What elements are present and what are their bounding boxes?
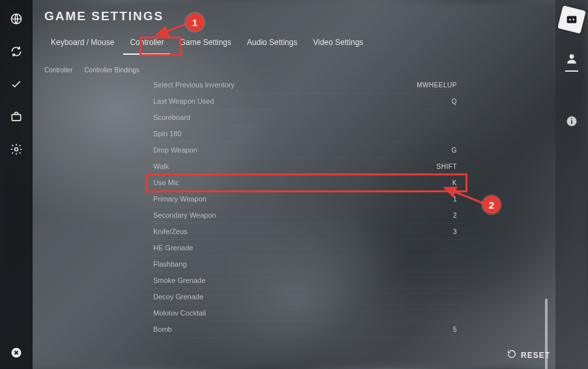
refresh-icon[interactable] <box>9 44 23 59</box>
subtab-controller[interactable]: Controller <box>44 66 72 74</box>
annotation-arrow-1 <box>153 20 190 39</box>
setting-row[interactable]: Knife/Zeus3 <box>147 224 466 240</box>
setting-row[interactable]: Spin 180 <box>147 126 466 142</box>
setting-row[interactable]: Bomb5 <box>147 321 466 338</box>
setting-label: Flashbang <box>153 260 186 268</box>
settings-list: Select Previous InventoryMWHEELUPLast We… <box>147 77 466 338</box>
setting-row[interactable]: Molotov Cocktail <box>147 305 466 321</box>
setting-label: Select Previous Inventory <box>153 81 235 89</box>
svg-point-2 <box>15 148 18 151</box>
briefcase-icon[interactable] <box>9 110 23 124</box>
setting-value: MWHEELUP <box>417 81 457 89</box>
reset-label: RESET <box>521 351 550 360</box>
annotation-callout-1: 1 <box>186 13 204 31</box>
settings-scroll: Select Previous InventoryMWHEELUPLast We… <box>33 77 555 369</box>
setting-label: Secondary Weapon <box>153 211 216 219</box>
setting-label: Molotov Cocktail <box>153 309 206 317</box>
setting-label: Drop Weapon <box>153 146 198 154</box>
setting-label: Spin 180 <box>153 130 181 138</box>
svg-point-7 <box>570 54 574 59</box>
reset-button[interactable]: RESET <box>507 349 550 361</box>
setting-row[interactable]: HE Grenade <box>147 240 466 256</box>
setting-label: Last Weapon Used <box>153 97 214 105</box>
setting-row[interactable]: WalkSHIFT <box>147 158 466 175</box>
left-nav-rail <box>0 0 33 369</box>
info-icon[interactable] <box>565 115 578 130</box>
setting-label: Knife/Zeus <box>153 228 188 235</box>
setting-row[interactable]: Secondary Weapon2 <box>147 207 466 224</box>
annotation-arrow-2 <box>441 184 486 207</box>
annotation-box-1 <box>140 37 181 56</box>
tab-keyboard-mouse[interactable]: Keyboard / Mouse <box>44 34 121 55</box>
tabs-row: Keyboard / MouseControllerGame SettingsA… <box>33 34 555 55</box>
setting-label: Walk <box>153 162 169 170</box>
setting-row[interactable]: Scoreboard <box>147 110 466 126</box>
svg-rect-1 <box>12 115 20 121</box>
right-rail <box>555 0 588 369</box>
svg-point-5 <box>569 19 571 21</box>
svg-rect-10 <box>571 118 572 119</box>
page-title: GAME SETTINGS <box>33 9 555 34</box>
person-icon[interactable] <box>565 52 578 72</box>
svg-rect-9 <box>571 120 572 124</box>
setting-label: Bomb <box>153 325 172 333</box>
svg-rect-4 <box>567 16 577 23</box>
setting-value: 3 <box>453 228 457 235</box>
setting-value: SHIFT <box>437 163 457 170</box>
annotation-callout-2: 2 <box>482 196 501 214</box>
gear-icon[interactable] <box>9 142 23 156</box>
setting-row[interactable]: Decoy Grenade <box>147 289 466 305</box>
close-circle-icon[interactable] <box>9 346 23 360</box>
tab-audio-settings[interactable]: Audio Settings <box>241 34 304 55</box>
subtab-controller-bindings[interactable]: Controller Bindings <box>84 66 140 74</box>
globe-icon[interactable] <box>9 12 23 26</box>
setting-value: Q <box>452 98 457 105</box>
setting-value: G <box>452 147 457 154</box>
setting-label: Use Mic <box>153 179 179 186</box>
setting-row[interactable]: Last Weapon UsedQ <box>147 93 466 110</box>
setting-row[interactable]: Use MicK <box>147 175 466 191</box>
setting-label: Primary Weapon <box>153 195 207 203</box>
tab-video-settings[interactable]: Video Settings <box>306 34 370 55</box>
setting-row[interactable]: Smoke Grenade <box>147 273 466 289</box>
setting-value: 5 <box>453 326 457 333</box>
setting-label: Decoy Grenade <box>153 293 203 301</box>
check-icon[interactable] <box>9 77 23 91</box>
setting-value: 2 <box>453 212 457 219</box>
svg-point-6 <box>572 19 574 21</box>
app-logo[interactable] <box>557 5 586 34</box>
setting-row[interactable]: Select Previous InventoryMWHEELUP <box>147 77 466 93</box>
setting-label: Smoke Grenade <box>153 276 205 284</box>
setting-label: Scoreboard <box>153 113 190 121</box>
reset-icon <box>507 349 517 361</box>
setting-row[interactable]: Primary Weapon1 <box>147 191 466 207</box>
setting-row[interactable]: Drop WeaponG <box>147 142 466 158</box>
setting-label: HE Grenade <box>153 244 193 252</box>
setting-row[interactable]: Flashbang <box>147 256 466 273</box>
